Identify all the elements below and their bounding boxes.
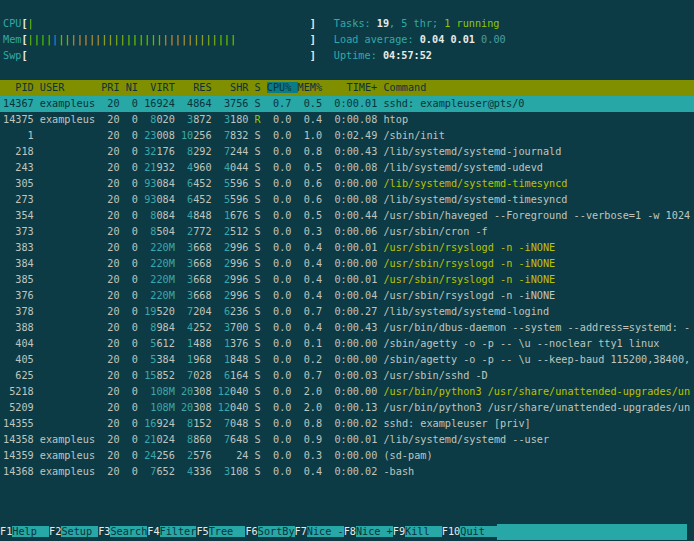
process-row[interactable]: 14358 exampleus 20 0 21024 8860 7648 S 0…	[0, 432, 694, 448]
column-header-mem[interactable]: MEM%	[298, 82, 329, 93]
cell-pid: 14375	[3, 114, 34, 125]
process-row[interactable]: 273 20 0 93084 6452 5596 S 0.0 0.6 0:00.…	[0, 192, 694, 208]
cell-shr-low: 244	[230, 146, 248, 157]
cell-command: /usr/sbin/haveged --Foreground --verbose…	[383, 210, 690, 221]
fkey-label: Help	[12, 526, 49, 537]
process-row[interactable]: 14368 exampleus 20 0 7652 4336 3108 S 0.…	[0, 464, 694, 480]
column-header-cmd[interactable]: Command	[383, 82, 426, 93]
cell-res-low: 860	[193, 434, 211, 445]
process-row[interactable]: 383 20 0 220M 3668 2996 S 0.0 0.4 0:00.0…	[0, 240, 694, 256]
cell-user: exampleus	[40, 114, 95, 125]
column-header-time[interactable]: TIME+	[328, 82, 383, 93]
cell-pri: 20	[101, 130, 119, 141]
cell-mem-percent: 0.4	[298, 466, 323, 477]
cell-user	[40, 210, 95, 221]
cell-time: 0:00.13	[328, 402, 377, 413]
cell-ni: 0	[126, 226, 138, 237]
cell-command: /usr/bin/python3 /usr/share/unattended-u…	[383, 386, 690, 397]
fkey-button-quit[interactable]: F10Quit	[442, 524, 497, 540]
uptime-value: 04:57:52	[383, 50, 432, 61]
fkey-button-filter[interactable]: F4Filter	[147, 524, 196, 540]
top-spacer	[0, 0, 694, 16]
process-row[interactable]: 218 20 0 32176 8292 7244 S 0.0 0.8 0:00.…	[0, 144, 694, 160]
cell-pri: 20	[101, 402, 119, 413]
cell-res-low: 256	[193, 130, 211, 141]
cell-res-low: 668	[193, 242, 211, 253]
cell-cpu-percent: 0.0	[267, 338, 292, 349]
column-header-user[interactable]: USER	[40, 82, 101, 93]
fkey-label: Tree	[209, 526, 246, 537]
cell-cpu-percent: 0.0	[267, 210, 292, 221]
cell-command: /lib/systemd/systemd-journald	[383, 146, 561, 157]
column-header-s[interactable]: S	[255, 82, 267, 93]
cell-shr-low: 996	[230, 274, 248, 285]
cell-command: /usr/sbin/cron -f	[383, 226, 487, 237]
cell-res: 3	[181, 274, 193, 285]
cell-virt: 32	[144, 146, 156, 157]
column-header-pid[interactable]: PID	[3, 82, 40, 93]
fkey-button-kill[interactable]: F9Kill	[393, 524, 442, 540]
process-row[interactable]: 1 20 0 23008 10256 7832 S 0.0 1.0 0:02.4…	[0, 128, 694, 144]
cell-command: /sbin/agetty -o -p -- \u --noclear tty1 …	[383, 338, 659, 349]
cell-mem-percent: 1.0	[298, 130, 323, 141]
cell-shr-low: 848	[230, 354, 248, 365]
column-header-pri[interactable]: PRI	[101, 82, 126, 93]
column-header-ni[interactable]: NI	[126, 82, 144, 93]
fkey-button-tree[interactable]: F5Tree	[196, 524, 245, 540]
process-row[interactable]: 625 20 0 15852 7028 6164 S 0.0 0.7 0:00.…	[0, 368, 694, 384]
cell-pid: 218	[3, 146, 34, 157]
process-row[interactable]: 14367 exampleus 20 0 16924 4864 3756 S 0…	[0, 96, 694, 112]
cell-cpu-percent: 0.0	[267, 354, 292, 365]
fkey-button-nice-[interactable]: F7Nice -	[295, 524, 344, 540]
fkey-button-search[interactable]: F3Search	[98, 524, 147, 540]
cell-virt-low: 008	[156, 130, 174, 141]
cell-command: /usr/sbin/sshd -D	[383, 370, 487, 381]
column-header-shr[interactable]: SHR	[218, 82, 255, 93]
process-row[interactable]: 385 20 0 220M 3668 2996 S 0.0 0.4 0:00.0…	[0, 272, 694, 288]
cell-res: 20	[181, 402, 193, 413]
fkey-button-help[interactable]: F1Help	[0, 524, 49, 540]
cell-user: exampleus	[40, 450, 95, 461]
process-row[interactable]: 405 20 0 5384 1968 1848 S 0.0 0.2 0:00.0…	[0, 352, 694, 368]
cell-cpu-percent: 0.0	[267, 162, 292, 173]
cell-mem-percent: 0.4	[298, 290, 323, 301]
tasks-threads: 5 thr	[401, 18, 432, 29]
process-row[interactable]: 14375 exampleus 20 0 8020 3872 3180 R 0.…	[0, 112, 694, 128]
process-row[interactable]: 384 20 0 220M 3668 2996 S 0.0 0.4 0:00.0…	[0, 256, 694, 272]
process-row[interactable]: 378 20 0 19520 7204 6236 S 0.0 0.7 0:00.…	[0, 304, 694, 320]
fkey-button-setup[interactable]: F2Setup	[49, 524, 98, 540]
column-header-cpu[interactable]: CPU%	[267, 82, 298, 93]
cell-pid: 383	[3, 242, 34, 253]
cell-mem-percent: 0.4	[298, 258, 323, 269]
process-row[interactable]: 376 20 0 220M 3668 2996 S 0.0 0.4 0:00.0…	[0, 288, 694, 304]
cell-res: 3	[181, 290, 193, 301]
cell-command: /lib/systemd/systemd-timesyncd	[383, 194, 567, 205]
process-row[interactable]: 388 20 0 8984 4252 3700 S 0.0 0.4 0:00.4…	[0, 320, 694, 336]
cell-pri: 20	[101, 242, 119, 253]
fkey-button-nice-[interactable]: F8Nice +	[344, 524, 393, 540]
process-row[interactable]: 5218 20 0 108M 20308 12040 S 0.0 2.0 0:0…	[0, 384, 694, 400]
process-row[interactable]: 305 20 0 93084 6452 5596 S 0.0 0.6 0:00.…	[0, 176, 694, 192]
process-row[interactable]: 354 20 0 8084 4848 1676 S 0.0 0.5 0:00.4…	[0, 208, 694, 224]
fkey-number: F10	[442, 526, 460, 537]
process-row[interactable]: 404 20 0 5612 1488 1376 S 0.0 0.1 0:00.0…	[0, 336, 694, 352]
load-label: Load average:	[334, 34, 420, 45]
process-row[interactable]: 5209 20 0 108M 20308 12040 S 0.0 2.0 0:0…	[0, 400, 694, 416]
process-row[interactable]: 243 20 0 21932 4960 4044 S 0.0 0.5 0:00.…	[0, 160, 694, 176]
cell-pri: 20	[101, 450, 119, 461]
cell-cpu-percent: 0.7	[267, 98, 292, 109]
cell-pri: 20	[101, 274, 119, 285]
column-header-res[interactable]: RES	[181, 82, 218, 93]
cell-user	[40, 418, 95, 429]
cell-ni: 0	[126, 178, 138, 189]
cell-command: /usr/sbin/rsyslogd -n -iNONE	[383, 242, 555, 253]
column-header-virt[interactable]: VIRT	[144, 82, 181, 93]
cell-cpu-percent: 0.0	[267, 386, 292, 397]
cell-user: exampleus	[40, 434, 95, 445]
process-row[interactable]: 14355 20 0 16924 8152 7048 S 0.0 0.8 0:0…	[0, 416, 694, 432]
process-row[interactable]: 14359 exampleus 20 0 24256 2576 24 S 0.0…	[0, 448, 694, 464]
process-row[interactable]: 373 20 0 8504 2772 2512 S 0.0 0.3 0:00.0…	[0, 224, 694, 240]
cell-shr: 5	[218, 194, 230, 205]
fkey-button-sortby[interactable]: F6SortBy	[245, 524, 294, 540]
cell-time: 0:00.01	[328, 434, 377, 445]
